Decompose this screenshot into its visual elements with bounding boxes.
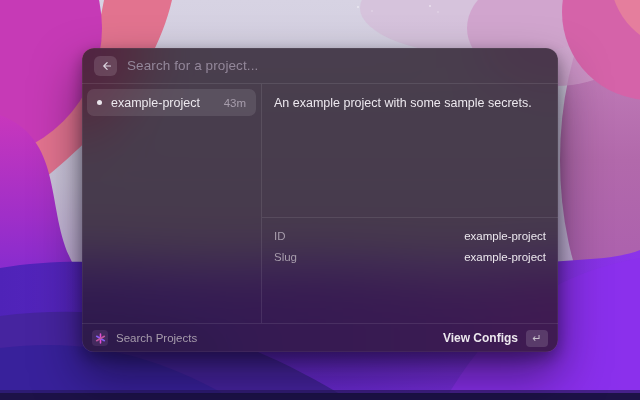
- view-configs-label: View Configs: [443, 331, 518, 345]
- palette-body: example-project 43m An example project w…: [82, 84, 558, 323]
- search-input[interactable]: [127, 58, 546, 73]
- project-detail-pane: An example project with some sample secr…: [262, 84, 558, 323]
- project-name: example-project: [111, 96, 215, 110]
- detail-spacer: [262, 123, 558, 217]
- back-button[interactable]: [94, 56, 117, 76]
- enter-key-icon: ↵: [526, 330, 548, 347]
- command-palette-window: example-project 43m An example project w…: [82, 48, 558, 352]
- command-title: Search Projects: [116, 332, 435, 344]
- meta-row-id: ID example-project: [274, 225, 546, 246]
- search-header: [82, 48, 558, 84]
- asterisk-app-icon: [92, 330, 108, 346]
- meta-value-id: example-project: [464, 230, 546, 242]
- view-configs-button[interactable]: View Configs ↵: [443, 330, 548, 347]
- project-description: An example project with some sample secr…: [262, 84, 558, 123]
- meta-label-slug: Slug: [274, 251, 297, 263]
- arrow-left-icon: [100, 60, 112, 72]
- project-updated-time: 43m: [224, 97, 246, 109]
- footer-bar: Search Projects View Configs ↵: [82, 323, 558, 352]
- bullet-dot-icon: [97, 100, 102, 105]
- meta-label-id: ID: [274, 230, 286, 242]
- list-item-project[interactable]: example-project 43m: [87, 89, 256, 116]
- meta-row-slug: Slug example-project: [274, 246, 546, 267]
- meta-value-slug: example-project: [464, 251, 546, 263]
- desktop: example-project 43m An example project w…: [0, 0, 640, 400]
- project-list: example-project 43m: [82, 84, 262, 323]
- metadata-section: ID example-project Slug example-project: [262, 217, 558, 323]
